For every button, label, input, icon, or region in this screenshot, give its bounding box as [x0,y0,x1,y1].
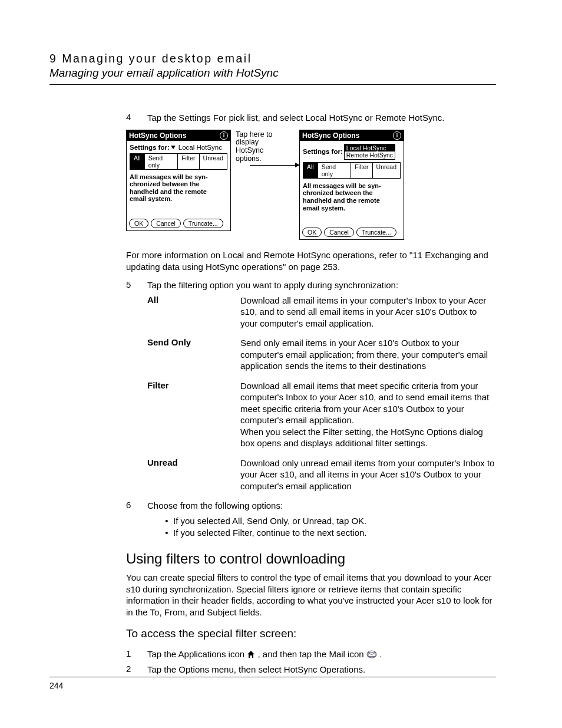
filter-tabs[interactable]: All Send only Filter Unread [130,153,227,170]
dialog-title: HotSync Options [129,131,186,140]
sync-message: All messages will be syn- chronized betw… [130,173,227,203]
page-footer: 244 [49,677,496,690]
bullet-text: If you selected All, Send Only, or Unrea… [173,515,366,527]
picklist-option-local[interactable]: Local HotSync [345,144,395,152]
step-text: Choose from the following options: [147,500,496,512]
cancel-button[interactable]: Cancel [324,228,354,237]
truncate-button[interactable]: Truncate... [183,219,223,228]
bullet-text: If you selected Filter, continue to the … [173,527,367,539]
term-unread: Unread [147,457,240,492]
info-icon[interactable]: i [393,131,401,140]
section-para: You can create special filters to contro… [126,572,496,618]
settings-for-row: Settings for: Local HotSync Remote HotSy… [303,144,401,160]
picklist-value[interactable]: Local HotSync [178,144,222,151]
step-text: Tap the Settings For pick list, and sele… [147,112,496,124]
chapter-subtitle: Managing your email application with Hot… [49,67,496,80]
picklist-open[interactable]: Local HotSync Remote HotSync [344,144,395,160]
step-number: 2 [126,664,147,676]
device-right: HotSync Options i Settings for: Local Ho… [299,130,404,241]
bullet-icon: • [160,515,173,527]
tab-send-only[interactable]: Send only [318,163,352,178]
step-number: 5 [126,279,147,291]
tab-all[interactable]: All [130,154,145,169]
step-6: 6 Choose from the following options: [126,500,496,512]
step-number: 6 [126,500,147,512]
tab-all[interactable]: All [303,163,318,178]
step-6-bullets: •If you selected All, Send Only, or Unre… [160,515,496,539]
settings-for-row: Settings for: Local HotSync [130,144,227,151]
info-icon[interactable]: i [220,131,228,140]
step-text: Tap the filtering option you want to app… [147,279,496,291]
page-header: 9 Managing your desktop email Managing y… [49,52,496,85]
substep-1: 1 Tap the Applications icon , and then t… [126,648,496,660]
titlebar: HotSync Options i [300,130,404,141]
settings-label: Settings for: [130,144,170,151]
para-crossref: For more information on Local and Remote… [126,249,496,272]
tab-filter[interactable]: Filter [351,163,372,178]
truncate-button[interactable]: Truncate... [356,228,396,237]
section-heading: Using filters to control downloading [126,551,496,567]
ok-button[interactable]: OK [129,219,148,228]
filter-tabs[interactable]: All Send only Filter Unread [303,162,401,179]
dialog-title: HotSync Options [302,131,359,140]
step-text: Tap the Applications icon , and then tap… [147,648,496,660]
tab-filter[interactable]: Filter [178,154,199,169]
cancel-button[interactable]: Cancel [151,219,181,228]
device-left: HotSync Options i Settings for: Local Ho… [126,130,231,232]
term-all: All [147,295,240,330]
desc-unread: Download only unread email items from yo… [240,457,496,492]
term-send-only: Send Only [147,337,240,372]
desc-all: Download all email items in your compute… [240,295,496,330]
sync-message: All messages will be syn- chronized betw… [303,182,401,212]
step-number: 4 [126,112,147,124]
callout-text: Tap here to display HotSync options. [236,130,282,163]
home-icon [247,650,255,658]
bullet-icon: • [160,527,173,539]
desc-send-only: Send only email items in your Acer s10's… [240,337,496,372]
subsection-heading: To access the special filter screen: [126,627,496,640]
step-4: 4 Tap the Settings For pick list, and se… [126,112,496,124]
chapter-title: 9 Managing your desktop email [49,52,496,65]
page-number: 244 [49,681,63,690]
tab-send-only[interactable]: Send only [145,154,178,169]
titlebar: HotSync Options i [127,130,230,141]
settings-label: Settings for: [303,148,343,155]
step-5: 5 Tap the filtering option you want to a… [126,279,496,291]
svg-rect-1 [368,653,375,657]
screenshot-row: HotSync Options i Settings for: Local Ho… [126,130,496,241]
step-number: 1 [126,648,147,660]
tab-unread[interactable]: Unread [373,163,400,178]
ok-button[interactable]: OK [302,228,322,237]
dropdown-icon[interactable] [171,146,176,149]
step-text: Tap the Options menu, then select HotSyn… [147,664,496,676]
mail-icon [366,650,377,658]
term-filter: Filter [147,380,240,449]
desc-filter: Download all email items that meet speci… [240,380,496,449]
tab-unread[interactable]: Unread [200,154,227,169]
filter-options-table: All Download all email items in your com… [147,295,496,492]
picklist-option-remote[interactable]: Remote HotSync [345,151,395,159]
substep-2: 2 Tap the Options menu, then select HotS… [126,664,496,676]
